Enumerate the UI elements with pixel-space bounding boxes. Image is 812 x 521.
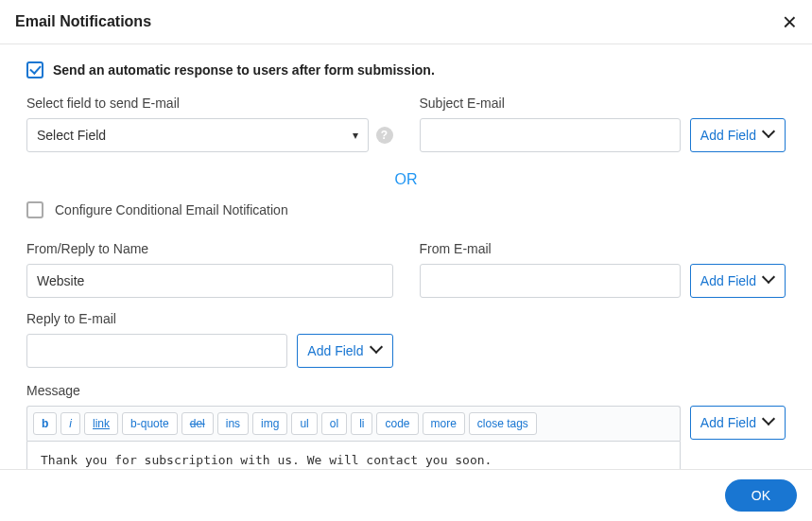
row-select-subject: Select field to send E-mail Select Field…	[26, 96, 786, 165]
toolbar-link-button[interactable]: link	[84, 412, 118, 435]
chevron-down-icon	[371, 345, 383, 356]
select-field-value: Select Field	[37, 128, 106, 143]
reply-to-input[interactable]	[26, 334, 287, 368]
select-field-dropdown[interactable]: Select Field ▾	[26, 118, 369, 152]
message-textarea[interactable]: Thank you for subscription with us. We w…	[26, 441, 681, 469]
dialog-body: Send an automatic response to users afte…	[0, 44, 812, 469]
chevron-down-icon: ▾	[353, 129, 358, 142]
toolbar-img-button[interactable]: img	[252, 412, 287, 435]
editor-toolbar: b i link b-quote del ins img ul ol li co…	[26, 406, 681, 441]
add-field-label: Add Field	[700, 128, 756, 143]
conditional-row: Configure Conditional Email Notification	[26, 201, 786, 218]
add-field-subject-button[interactable]: Add Field	[690, 118, 786, 152]
toolbar-del-button[interactable]: del	[181, 412, 214, 435]
add-field-message-button[interactable]: Add Field	[690, 406, 786, 440]
auto-response-checkbox[interactable]	[26, 61, 43, 78]
toolbar-italic-button[interactable]: i	[60, 412, 80, 435]
select-field-group: Select field to send E-mail Select Field…	[26, 96, 393, 152]
toolbar-ul-button[interactable]: ul	[291, 412, 317, 435]
toolbar-ol-button[interactable]: ol	[321, 412, 347, 435]
from-name-input[interactable]	[26, 264, 393, 298]
chevron-down-icon	[764, 417, 775, 428]
reply-to-group: Reply to E-mail Add Field	[26, 311, 393, 368]
toolbar-bold-button[interactable]: b	[33, 412, 57, 435]
add-field-reply-to-button[interactable]: Add Field	[297, 334, 392, 368]
add-field-from-email-button[interactable]: Add Field	[690, 264, 786, 298]
add-field-label: Add Field	[700, 273, 756, 288]
toolbar-li-button[interactable]: li	[351, 412, 372, 435]
ok-button[interactable]: OK	[725, 479, 797, 512]
conditional-label: Configure Conditional Email Notification	[55, 202, 288, 217]
toolbar-more-button[interactable]: more	[423, 412, 465, 435]
reply-to-label: Reply to E-mail	[26, 311, 393, 326]
chevron-down-icon	[764, 130, 775, 141]
message-editor: b i link b-quote del ins img ul ol li co…	[26, 406, 681, 469]
chevron-down-icon	[764, 275, 775, 287]
dialog-footer: OK	[0, 469, 812, 521]
auto-response-label: Send an automatic response to users afte…	[53, 62, 435, 78]
toolbar-ins-button[interactable]: ins	[217, 412, 249, 435]
from-email-label: From E-mail	[420, 241, 786, 256]
from-name-label: From/Reply to Name	[26, 241, 393, 256]
dialog-header: Email Notifications ×	[0, 0, 812, 44]
toolbar-code-button[interactable]: code	[376, 412, 418, 435]
toolbar-close-tags-button[interactable]: close tags	[469, 412, 537, 435]
message-label: Message	[26, 383, 786, 398]
select-field-label: Select field to send E-mail	[26, 96, 393, 111]
message-group: Message b i link b-quote del ins img ul …	[26, 383, 786, 469]
add-field-label: Add Field	[700, 415, 756, 430]
from-name-group: From/Reply to Name	[26, 241, 393, 298]
auto-response-row: Send an automatic response to users afte…	[26, 61, 786, 78]
subject-input[interactable]	[420, 118, 681, 152]
subject-label: Subject E-mail	[420, 96, 786, 111]
toolbar-bquote-button[interactable]: b-quote	[122, 412, 178, 435]
row-from: From/Reply to Name From E-mail Add Field	[26, 241, 786, 311]
conditional-checkbox[interactable]	[26, 201, 43, 218]
subject-group: Subject E-mail Add Field	[420, 96, 786, 152]
row-reply: Reply to E-mail Add Field	[26, 311, 786, 381]
close-icon[interactable]: ×	[783, 9, 797, 34]
email-notifications-dialog: Email Notifications × Send an automatic …	[0, 0, 812, 521]
dialog-title: Email Notifications	[15, 13, 151, 30]
help-icon[interactable]: ?	[376, 127, 393, 144]
from-email-group: From E-mail Add Field	[420, 241, 786, 298]
or-divider: OR	[26, 171, 786, 188]
from-email-input[interactable]	[420, 264, 681, 298]
add-field-label: Add Field	[307, 343, 363, 358]
